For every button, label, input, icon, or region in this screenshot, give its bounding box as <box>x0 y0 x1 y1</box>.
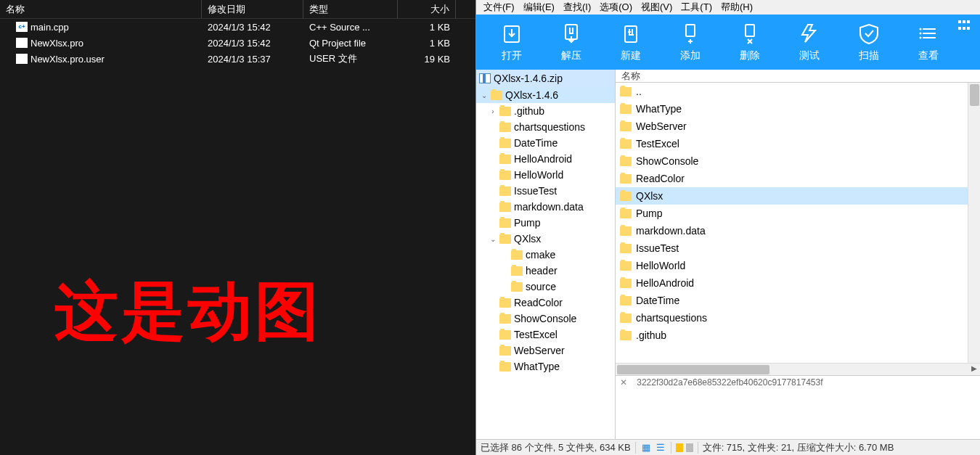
menu-find[interactable]: 查找(I) <box>559 1 595 14</box>
col-header-date[interactable]: 修改日期 <box>202 0 303 18</box>
list-item[interactable]: DateTime <box>616 292 980 309</box>
tree-node[interactable]: ShowConsole <box>476 311 615 327</box>
horizontal-scrollbar[interactable] <box>616 363 980 375</box>
file-icon: c+ <box>16 22 28 32</box>
tree-zip-header[interactable]: QXlsx-1.4.6.zip <box>476 70 615 87</box>
tree-node[interactable]: IssueTest <box>476 183 615 199</box>
chevron-down-icon[interactable]: ⌄ <box>479 90 489 100</box>
list-item[interactable]: IssueTest <box>616 239 980 257</box>
list-item[interactable]: TestExcel <box>616 135 980 152</box>
tree-node[interactable]: markdown.data <box>476 199 615 215</box>
chevron-right-icon[interactable]: › <box>488 106 498 116</box>
file-size: 19 KB <box>398 54 456 65</box>
list-item-label: HelloAndroid <box>636 277 694 289</box>
file-size: 1 KB <box>398 22 456 33</box>
add-button[interactable]: 添加 <box>661 15 720 70</box>
tree-node[interactable]: WhatType <box>476 358 615 374</box>
folder-icon <box>499 346 511 356</box>
new-button[interactable]: 新建 <box>601 15 661 70</box>
test-label: 测试 <box>799 49 820 62</box>
tree-node[interactable]: DateTime <box>476 135 615 151</box>
folder-icon <box>499 362 511 372</box>
list-item[interactable]: Pump <box>616 205 980 222</box>
tree-node[interactable]: ⌄ QXlsx <box>476 231 615 247</box>
file-row[interactable]: NewXlsx.pro 2024/1/3 15:42 Qt Project fi… <box>0 35 475 51</box>
folder-icon <box>499 218 511 228</box>
list-item-label: chartsquestions <box>636 312 707 324</box>
tree-node[interactable]: ReadColor <box>476 295 615 311</box>
list-item[interactable]: chartsquestions <box>616 309 980 327</box>
folder-icon <box>499 155 511 164</box>
file-row[interactable]: NewXlsx.pro.user 2024/1/3 15:37 USER 文件 … <box>0 51 475 67</box>
menu-file[interactable]: 文件(F) <box>479 1 519 14</box>
chevron-down-icon[interactable]: ⌄ <box>488 234 498 244</box>
folder-icon <box>620 157 632 166</box>
folder-icon <box>499 123 511 132</box>
file-name: NewXlsx.pro.user <box>30 54 105 65</box>
tree-spacer <box>488 298 498 308</box>
list-item[interactable]: ReadColor <box>616 170 980 187</box>
toolbar-overflow-icon[interactable] <box>958 20 973 32</box>
list-header-name[interactable]: 名称 <box>621 70 974 83</box>
list-item[interactable]: HelloWorld <box>616 257 980 274</box>
file-size: 1 KB <box>398 38 456 49</box>
list-item[interactable]: markdown.data <box>616 222 980 239</box>
menu-help[interactable]: 帮助(H) <box>716 1 757 14</box>
tree-node[interactable]: header <box>476 263 615 279</box>
list-item[interactable]: WebServer <box>616 118 980 135</box>
view-list-icon[interactable]: ▦ <box>640 443 652 453</box>
list-header[interactable]: 名称 <box>616 70 980 83</box>
tree-node[interactable]: HelloWorld <box>476 167 615 183</box>
vertical-scrollbar[interactable] <box>968 83 980 363</box>
folder-icon <box>620 226 632 236</box>
col-header-size[interactable]: 大小 <box>398 0 456 18</box>
list-item[interactable]: ShowConsole <box>616 152 980 170</box>
folder-icon <box>620 174 632 184</box>
extract-button[interactable]: 解压 <box>542 15 601 70</box>
folder-icon <box>620 331 632 340</box>
list-item[interactable]: .. <box>616 83 980 100</box>
delete-button[interactable]: 删除 <box>720 15 780 70</box>
col-header-name[interactable]: 名称 <box>0 0 202 18</box>
tree-spacer <box>499 266 510 276</box>
tree-node-label: WebServer <box>514 345 565 356</box>
folder-icon <box>620 122 632 131</box>
list-item[interactable]: .github <box>616 327 980 344</box>
tree-node-label: cmake <box>526 249 555 261</box>
tree-panel[interactable]: QXlsx-1.4.6.zip ⌄ QXlsx-1.4.6 › .github … <box>476 70 616 439</box>
tree-node[interactable]: WebServer <box>476 343 615 358</box>
tree-node[interactable]: TestExcel <box>476 327 615 343</box>
view-detail-icon[interactable]: ☰ <box>655 443 666 453</box>
folder-icon <box>499 202 511 212</box>
status-bar: 已选择 86 个文件, 5 文件夹, 634 KB ▦ ☰ 文件: 715, 文… <box>476 439 980 455</box>
list-item[interactable]: WhatType <box>616 100 980 118</box>
tree-node[interactable]: source <box>476 279 615 295</box>
col-header-type[interactable]: 类型 <box>303 0 398 18</box>
log-close-icon[interactable]: ✕ <box>620 377 627 388</box>
tree-node[interactable]: HelloAndroid <box>476 151 615 167</box>
tree-node[interactable]: Pump <box>476 215 615 231</box>
menu-edit[interactable]: 编辑(E) <box>519 1 559 14</box>
tree-node-label: HelloAndroid <box>514 153 572 165</box>
list-item[interactable]: QXlsx <box>616 187 980 205</box>
scan-icon <box>857 22 881 45</box>
menu-options[interactable]: 选项(O) <box>595 1 637 14</box>
open-button[interactable]: 打开 <box>482 15 542 70</box>
view-button[interactable]: 查看 <box>899 15 958 70</box>
status-totals: 文件: 715, 文件夹: 21, 压缩文件大小: 6.70 MB <box>703 441 894 454</box>
list-body[interactable]: .. WhatType WebServer TestExcel ShowCons… <box>616 83 980 363</box>
test-button[interactable]: 测试 <box>780 15 839 70</box>
tree-node-label: ReadColor <box>514 297 563 308</box>
list-item[interactable]: HelloAndroid <box>616 274 980 292</box>
tree-node[interactable]: chartsquestions <box>476 119 615 135</box>
tree-node[interactable]: cmake <box>476 247 615 263</box>
menu-tools[interactable]: 工具(T) <box>677 1 716 14</box>
tree-spacer <box>499 250 510 260</box>
file-row[interactable]: c+main.cpp 2024/1/3 15:42 C++ Source ...… <box>0 19 475 35</box>
menu-view[interactable]: 视图(V) <box>637 1 677 14</box>
folder-icon <box>499 139 511 148</box>
scan-button[interactable]: 扫描 <box>839 15 899 70</box>
tree-root-node[interactable]: ⌄ QXlsx-1.4.6 <box>476 87 615 103</box>
tree-node[interactable]: › .github <box>476 103 615 119</box>
overlay-text: 这是动图 <box>54 269 322 355</box>
